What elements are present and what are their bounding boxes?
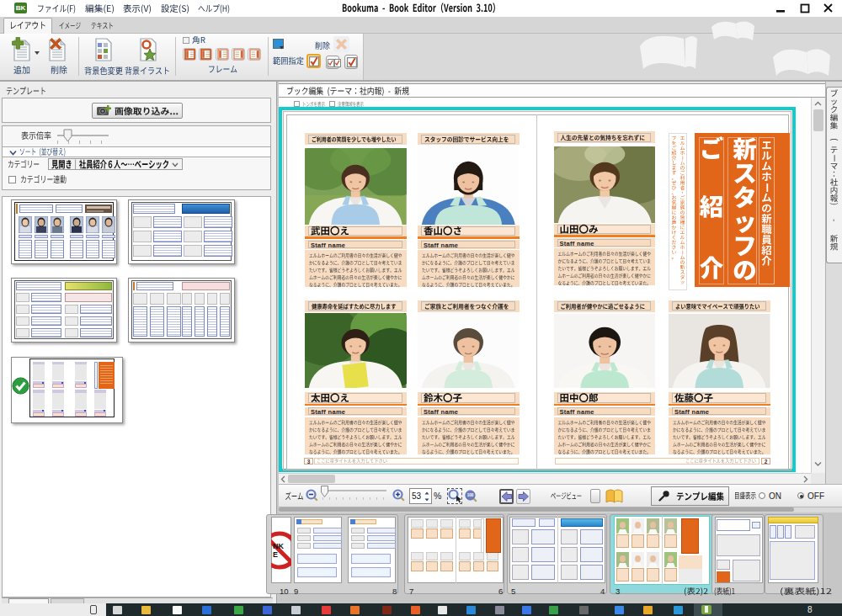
svg-text:100: 100	[467, 493, 474, 497]
svg-text:NK: NK	[273, 542, 284, 550]
svg-text:E: E	[273, 550, 278, 559]
